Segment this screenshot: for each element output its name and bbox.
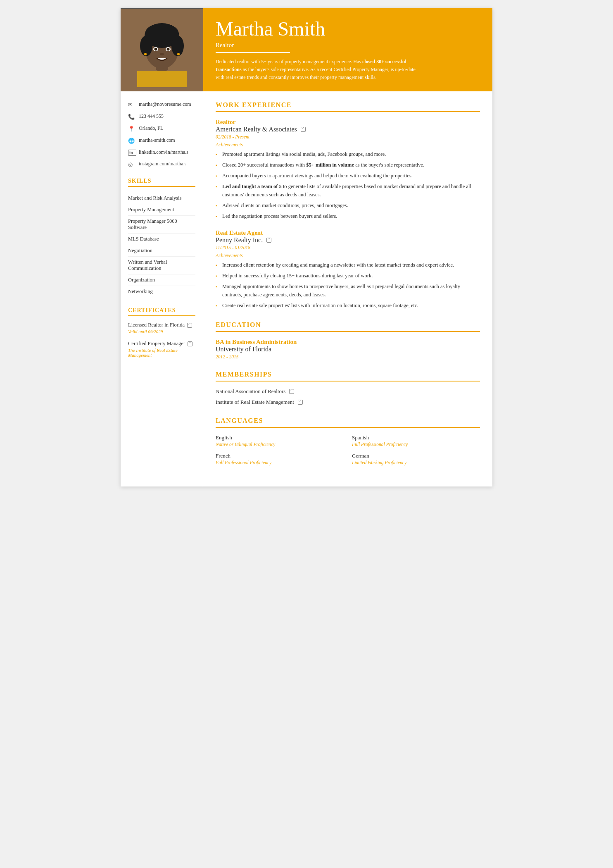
education-section: EDUCATION BA in Business Administration … [216,321,480,359]
svg-point-15 [177,53,180,55]
skill-item: Property Manager 5000 Software [128,216,195,234]
profile-photo [121,9,203,91]
external-link-icon [301,127,306,132]
languages-title: LANGUAGES [216,417,480,428]
external-link-icon [298,400,303,405]
main-content: WORK EXPERIENCE Realtor American Realty … [203,91,492,486]
cert-issuer: The Institute of Real Estate Management [128,348,195,358]
job-bullets: Promoted apartment listings via social m… [216,150,480,220]
bullet-item: Accompanied buyers to apartment viewings… [216,172,480,180]
membership-item: National Association of Realtors [216,388,480,395]
edu-school: University of Florida [216,346,480,353]
email-icon: ✉ [128,102,136,108]
lang-german: German Limited Working Proficiency [352,453,480,465]
lang-level: Full Professional Proficiency [352,442,480,447]
skill-item: Written and Verbal Communication [128,257,195,274]
external-link-icon [289,389,294,394]
skills-section: SKILLS Market and Risk Analysis Property… [128,178,195,297]
contact-location: 📍 Orlando, FL [128,125,195,132]
job-company: American Realty & Associates [216,126,480,133]
skill-item: Property Management [128,204,195,216]
skill-item: Market and Risk Analysis [128,193,195,204]
linkedin-value: linkedin.com/in/martha.s [139,149,188,155]
job-date: 11/2015 - 01/2018 [216,245,480,250]
education-title: EDUCATION [216,321,480,332]
lang-level: Full Professional Proficiency [216,460,344,465]
job-bullets: Increased client retention by creating a… [216,261,480,310]
edu-date: 2012 - 2015 [216,354,480,359]
body: ✉ martha@novoresume.com 📞 123 444 555 📍 … [121,91,492,486]
linkedin-icon: in [128,150,136,156]
location-icon: 📍 [128,126,136,132]
lang-spanish: Spanish Full Professional Proficiency [352,434,480,447]
memberships-title: MEMBERSHIPS [216,371,480,382]
lang-french: French Full Professional Proficiency [216,453,344,465]
svg-rect-2 [137,71,187,87]
contact-phone: 📞 123 444 555 [128,113,195,120]
instagram-icon: ◎ [128,161,136,168]
skill-item: MLS Database [128,234,195,245]
cert-valid: Valid until 09/2029 [128,329,195,334]
certificates-title: CERTIFICATES [128,307,195,316]
skills-list: Market and Risk Analysis Property Manage… [128,193,195,297]
lang-name: English [216,434,344,441]
bullet-item: Create real estate sale properties' list… [216,301,480,310]
svg-point-12 [167,48,170,50]
edu-degree: BA in Business Administration [216,339,480,346]
cert-name: Certified Property Manager [128,341,195,347]
bullet-item: Managed appointments to show homes to pr… [216,282,480,299]
memberships-section: MEMBERSHIPS National Association of Real… [216,371,480,405]
lang-name: French [216,453,344,459]
work-experience-section: WORK EXPERIENCE Realtor American Realty … [216,101,480,310]
contact-email: ✉ martha@novoresume.com [128,101,195,108]
lang-level: Limited Working Proficiency [352,460,480,465]
lang-level: Native or Bilingual Proficiency [216,442,344,447]
website-icon: 🌐 [128,138,136,144]
skill-item: Organization [128,274,195,286]
job-date: 02/2018 - Present [216,134,480,139]
lang-name: Spanish [352,434,480,441]
lang-english: English Native or Bilingual Proficiency [216,434,344,447]
external-link-icon [188,341,192,346]
contact-website: 🌐 martha-smith.com [128,137,195,144]
job-title: Real Estate Agent [216,229,480,236]
header: Martha Smith Realtor Dedicated realtor w… [121,8,492,91]
phone-value: 123 444 555 [139,113,164,119]
languages-grid: English Native or Bilingual Proficiency … [216,434,480,465]
cert-item: Licensed Realtor in Florida Valid until … [128,322,195,334]
job-company: Penny Realty Inc. [216,236,480,244]
skills-title: SKILLS [128,178,195,187]
job-realtor: Realtor American Realty & Associates 02/… [216,119,480,220]
external-link-icon [266,238,271,243]
header-info: Martha Smith Realtor Dedicated realtor w… [203,8,435,91]
bullet-item: Led the negotiation process between buye… [216,212,480,220]
email-value: martha@novoresume.com [139,101,191,107]
edu-item: BA in Business Administration University… [216,339,480,359]
bullet-item: Increased client retention by creating a… [216,261,480,269]
svg-point-8 [145,24,178,42]
contact-linkedin: in linkedin.com/in/martha.s [128,149,195,156]
skill-item: Networking [128,286,195,297]
instagram-value: instagram.com/martha.s [139,161,186,167]
certificates-section: CERTIFICATES Licensed Realtor in Florida… [128,307,195,358]
header-summary: Dedicated realtor with 5+ years of prope… [216,58,422,82]
work-experience-title: WORK EXPERIENCE [216,101,480,112]
skill-item: Negotiation [128,245,195,257]
contact-instagram: ◎ instagram.com/martha.s [128,161,195,168]
sidebar: ✉ martha@novoresume.com 📞 123 444 555 📍 … [121,91,203,486]
job-real-estate-agent: Real Estate Agent Penny Realty Inc. 11/2… [216,229,480,310]
bullet-item: Led and taught a team of 5 to generate l… [216,182,480,199]
external-link-icon [187,323,192,328]
svg-point-11 [154,48,157,50]
photo-container [121,8,203,91]
bullet-item: Closed 20+ successful transactions with … [216,161,480,169]
phone-icon: 📞 [128,114,136,120]
bullet-item: Promoted apartment listings via social m… [216,150,480,158]
job-title: Realtor [216,119,480,126]
achievements-label: Achievements [216,142,480,148]
cert-name: Licensed Realtor in Florida [128,322,195,328]
bullet-item: Advised clients on market conditions, pr… [216,201,480,210]
svg-point-13 [160,53,164,55]
membership-item: Institute of Real Estate Management [216,399,480,405]
resume: Martha Smith Realtor Dedicated realtor w… [121,8,492,486]
